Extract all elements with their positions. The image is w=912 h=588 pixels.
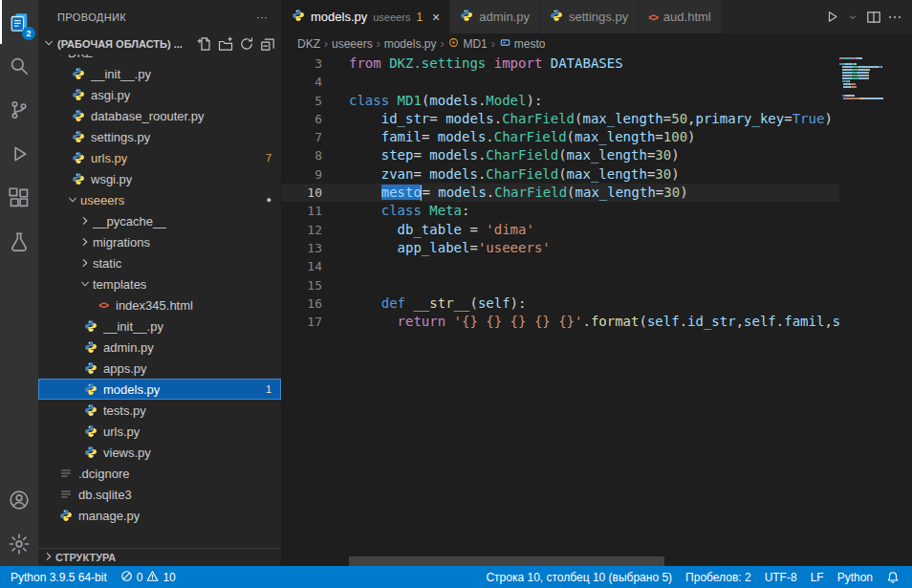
refresh-icon[interactable] xyxy=(237,34,256,54)
explorer-files-icon[interactable]: 2 xyxy=(0,0,38,44)
tree-item-label: apps.py xyxy=(103,361,147,376)
settings-gear-icon[interactable] xyxy=(0,522,38,566)
tree-folder-static[interactable]: static xyxy=(38,252,281,273)
code-area[interactable]: 3from DKZ.settings import DATABASES45cla… xyxy=(282,54,839,566)
code-line-17[interactable]: 17 return '{} {} {} {} {}'.format(self.i… xyxy=(282,313,839,331)
collapse-all-icon[interactable] xyxy=(258,34,277,54)
cursor-position[interactable]: Строка 10, столбец 10 (выбрано 5) xyxy=(479,566,679,588)
code-line-16[interactable]: 16 def __str__(self): xyxy=(282,294,839,313)
new-file-icon[interactable] xyxy=(195,34,214,54)
language-mode[interactable]: Python xyxy=(831,566,879,588)
minimap[interactable] xyxy=(839,54,901,566)
breadcrumb-useeers[interactable]: useeers xyxy=(332,37,373,51)
testing-icon[interactable] xyxy=(0,220,38,264)
tree-file-tests-py[interactable]: tests.py xyxy=(38,400,281,421)
breadcrumb-md1[interactable]: MD1 xyxy=(447,36,487,52)
tree-item-label: __init__.py xyxy=(103,319,163,334)
more-actions-icon[interactable] xyxy=(885,8,904,27)
tree-folder-templates[interactable]: templates xyxy=(38,273,281,294)
python-icon xyxy=(83,319,98,333)
tree-file-admin-py[interactable]: admin.py xyxy=(38,337,281,358)
code-line-3[interactable]: 3from DKZ.settings import DATABASES xyxy=(282,54,839,73)
tab-settings-py[interactable]: settings.py xyxy=(540,0,639,33)
code-token xyxy=(349,203,381,218)
breadcrumb-separator: › xyxy=(377,37,380,51)
more-actions-icon[interactable]: ··· xyxy=(252,8,271,27)
code-token: True xyxy=(793,111,825,126)
line-number: 9 xyxy=(282,165,322,184)
notifications-bell[interactable] xyxy=(879,566,906,588)
code-line-15[interactable]: 15 xyxy=(282,276,839,294)
encoding-text: UTF-8 xyxy=(765,571,797,584)
tree-file-views-py[interactable]: views.py xyxy=(38,442,281,463)
code-line-13[interactable]: 13 app_label='useeers' xyxy=(282,239,839,257)
extensions-icon[interactable] xyxy=(0,176,38,220)
activity-spacer xyxy=(0,264,38,478)
tree-file-urls-py[interactable]: urls.py xyxy=(38,421,281,442)
python-icon xyxy=(71,130,86,143)
tree-file-database-roouter-py[interactable]: database_roouter.py xyxy=(38,105,281,126)
tree-file-apps-py[interactable]: apps.py xyxy=(38,358,281,379)
tree-folder-migrations[interactable]: migrations xyxy=(38,231,281,252)
code-line-11[interactable]: 11 class Meta: xyxy=(282,202,839,220)
tree-file--init-py[interactable]: __init__.py xyxy=(38,63,281,84)
tree-folder--pycache-[interactable]: __pycache__ xyxy=(38,210,281,231)
minimap-line xyxy=(839,80,901,82)
tree-folder-useeers[interactable]: useeers● xyxy=(38,189,281,210)
indentation[interactable]: Пробелов: 2 xyxy=(679,566,758,588)
tab-aud-html[interactable]: <>aud.html xyxy=(639,0,722,33)
run-icon[interactable] xyxy=(822,8,841,27)
code-line-8[interactable]: 8 step= models.CharField(max_length=30) xyxy=(282,146,839,164)
tree-file-asgi-py[interactable]: asgi.py xyxy=(38,84,281,105)
minimap-line xyxy=(839,77,901,79)
tree-file--dcignore[interactable]: .dcignore xyxy=(38,463,281,484)
eol-indicator[interactable]: LF xyxy=(804,566,831,588)
tree-folder-dkz[interactable]: DKZ xyxy=(38,54,281,63)
tab-admin-py[interactable]: admin.py xyxy=(450,0,540,33)
tab-models-py[interactable]: models.pyuseeers1× xyxy=(282,0,450,33)
account-icon[interactable] xyxy=(0,478,38,522)
code-line-10[interactable]: 10 mesto= models.CharField(max_length=30… xyxy=(282,184,839,202)
vertical-scrollbar[interactable] xyxy=(901,54,912,566)
close-icon[interactable]: × xyxy=(432,11,440,24)
split-editor-icon[interactable] xyxy=(864,8,883,27)
python-icon xyxy=(58,509,74,522)
outline-section-header[interactable]: СТРУКТУРА xyxy=(38,548,281,566)
tree-file-db-sqlite3[interactable]: db.sqlite3 xyxy=(38,484,281,505)
code-line-14[interactable]: 14 xyxy=(282,257,839,275)
minimap-mark xyxy=(857,57,862,59)
tree-file-settings-py[interactable]: settings.py xyxy=(38,126,281,147)
html-icon: <> xyxy=(96,300,111,311)
run-debug-icon[interactable] xyxy=(0,132,38,176)
code-line-9[interactable]: 9 zvan= models.CharField(max_length=30) xyxy=(282,165,839,184)
breadcrumb-dkz[interactable]: DKZ xyxy=(297,37,320,51)
run-dropdown-icon[interactable] xyxy=(843,8,862,27)
horizontal-scrollbar[interactable] xyxy=(349,556,664,566)
breadcrumb-models-py[interactable]: models.py xyxy=(384,37,437,51)
search-icon[interactable] xyxy=(0,44,38,88)
tree-file-index345-html[interactable]: <>index345.html xyxy=(38,294,281,316)
encoding[interactable]: UTF-8 xyxy=(758,566,804,588)
code-line-5[interactable]: 5class MD1(models.Model): xyxy=(282,92,839,110)
tree-file-models-py[interactable]: models.py1 xyxy=(38,379,281,400)
code-line-4[interactable]: 4 xyxy=(282,73,839,91)
tree-file-wsgi-py[interactable]: wsgi.py xyxy=(38,168,281,189)
code-token: ( xyxy=(639,314,646,329)
cfg-icon xyxy=(58,488,74,501)
tree-item-label: __pycache__ xyxy=(93,214,166,229)
code-token: = xyxy=(655,129,662,144)
code-line-12[interactable]: 12 db_table = 'dima' xyxy=(282,221,839,239)
tree-file--init-py[interactable]: __init__.py xyxy=(38,316,281,337)
tree-file-manage-py[interactable]: manage.py xyxy=(38,505,281,526)
new-folder-icon[interactable] xyxy=(216,34,235,54)
code-line-7[interactable]: 7 famil= models.CharField(max_length=100… xyxy=(282,128,839,146)
source-control-icon[interactable] xyxy=(0,88,38,132)
tree-file-urls-py[interactable]: urls.py7 xyxy=(38,147,281,168)
breadcrumb-mesto[interactable]: mesto xyxy=(499,36,546,52)
workspace-section-header[interactable]: (РАБОЧАЯ ОБЛАСТЬ) ... xyxy=(38,33,281,54)
code-token: 'useeers' xyxy=(478,240,551,255)
chevron-down-icon xyxy=(53,54,68,59)
code-line-6[interactable]: 6 id_str= models.CharField(max_length=50… xyxy=(282,110,839,128)
problems-indicator[interactable]: 010 xyxy=(114,566,183,588)
python-version[interactable]: Python 3.9.5 64-bit xyxy=(4,566,114,588)
